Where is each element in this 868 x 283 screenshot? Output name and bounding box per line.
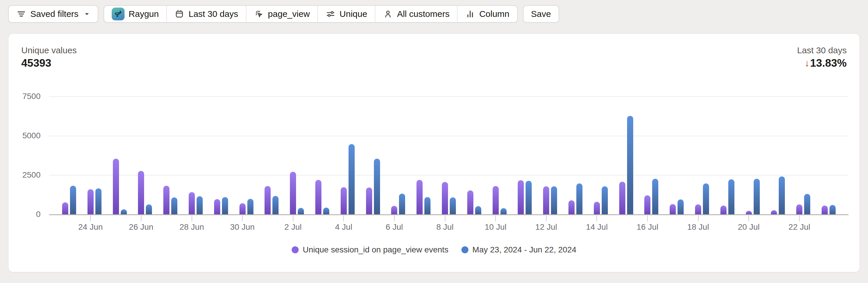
bar-current[interactable] <box>290 172 296 215</box>
filter-item-source[interactable]: Raygun <box>104 6 166 22</box>
y-axis-label: 0 <box>8 210 40 219</box>
bar-current[interactable] <box>366 187 372 215</box>
bar-current[interactable] <box>493 186 499 215</box>
bar-comparison[interactable] <box>652 179 658 215</box>
bar-current[interactable] <box>746 211 752 215</box>
bar-current[interactable] <box>62 202 68 215</box>
bar-comparison[interactable] <box>399 193 405 215</box>
bar-current[interactable] <box>568 200 575 215</box>
change-value: 13.83% <box>810 57 847 69</box>
metric-card: Unique values 45393 Last 30 days ↓ 13.83… <box>8 34 860 272</box>
bar-current[interactable] <box>416 180 423 215</box>
filter-source-label: Raygun <box>129 9 159 19</box>
bar-current[interactable] <box>518 180 524 215</box>
bar-comparison[interactable] <box>298 208 304 215</box>
bar-comparison[interactable] <box>627 116 633 215</box>
filter-pill-group: Raygun Last 30 days page_view <box>103 5 518 23</box>
bar-current[interactable] <box>543 186 549 215</box>
bar-current[interactable] <box>88 189 94 215</box>
filter-item-event[interactable]: page_view <box>246 6 317 22</box>
bar-current[interactable] <box>695 204 701 215</box>
filter-lines-icon <box>16 9 26 19</box>
bar-current[interactable] <box>670 204 676 215</box>
x-axis-label: 4 Jul <box>320 222 367 232</box>
cursor-click-icon <box>254 9 264 19</box>
bar-current[interactable] <box>594 202 600 215</box>
bar-current[interactable] <box>138 171 144 215</box>
x-axis-tick <box>293 215 293 221</box>
bar-comparison[interactable] <box>551 186 557 215</box>
bar-comparison[interactable] <box>121 209 127 215</box>
bar-comparison[interactable] <box>576 183 583 215</box>
bar-comparison[interactable] <box>146 204 152 215</box>
bar-current[interactable] <box>771 210 777 215</box>
filter-item-chart-type[interactable]: Column <box>457 6 517 22</box>
bar-comparison[interactable] <box>703 183 709 215</box>
filter-item-audience[interactable]: All customers <box>375 6 457 22</box>
bar-comparison[interactable] <box>728 179 735 215</box>
y-axis-label: 7500 <box>8 92 40 101</box>
bar-current[interactable] <box>720 206 726 215</box>
bar-current[interactable] <box>467 190 473 215</box>
x-axis-label: 6 Jul <box>371 222 418 232</box>
bar-comparison[interactable] <box>678 200 684 215</box>
bar-comparison[interactable] <box>804 194 810 215</box>
x-axis-tick <box>141 215 142 221</box>
bar-comparison[interactable] <box>500 208 507 215</box>
bar-comparison[interactable] <box>424 197 431 215</box>
x-axis-tick <box>799 215 800 221</box>
saved-filters-label: Saved filters <box>30 9 79 19</box>
metric-summary: Unique values 45393 <box>21 45 77 69</box>
bar-comparison[interactable] <box>450 198 456 215</box>
gridline <box>49 175 848 176</box>
bar-current[interactable] <box>240 203 246 215</box>
bar-comparison[interactable] <box>222 197 228 215</box>
filter-item-date-range[interactable]: Last 30 days <box>166 6 246 22</box>
legend-entry-current[interactable]: Unique session_id on page_view events <box>292 245 448 254</box>
y-axis-label: 2500 <box>8 170 40 180</box>
bar-comparison[interactable] <box>526 181 532 215</box>
x-axis-label: 8 Jul <box>422 222 468 232</box>
bar-comparison[interactable] <box>247 199 253 215</box>
filter-item-aggregation[interactable]: Unique <box>317 6 375 22</box>
bar-comparison[interactable] <box>830 205 836 215</box>
legend-entry-comparison[interactable]: May 23, 2024 - Jun 22, 2024 <box>461 245 576 254</box>
bar-current[interactable] <box>214 199 220 215</box>
bar-comparison[interactable] <box>348 144 355 215</box>
saved-filters-button[interactable]: Saved filters <box>8 5 98 23</box>
bar-current[interactable] <box>822 206 828 215</box>
bar-current[interactable] <box>189 192 195 215</box>
bar-current[interactable] <box>315 180 321 215</box>
filter-chart-type-label: Column <box>479 9 509 19</box>
bar-chart: 025005000750024 Jun26 Jun28 Jun30 Jun2 J… <box>8 86 860 249</box>
change-row: ↓ 13.83% <box>797 57 847 69</box>
bar-comparison[interactable] <box>779 176 785 215</box>
bar-current[interactable] <box>619 182 625 215</box>
x-axis-label: 22 Jul <box>776 222 823 232</box>
bar-current[interactable] <box>796 204 802 215</box>
bar-current[interactable] <box>341 187 347 215</box>
bar-current[interactable] <box>265 186 271 215</box>
metric-label: Unique values <box>21 45 77 56</box>
filter-event-label: page_view <box>268 9 310 19</box>
gridline <box>49 136 848 136</box>
arrow-down-icon: ↓ <box>805 57 810 69</box>
bar-comparison[interactable] <box>754 179 760 215</box>
bar-comparison[interactable] <box>196 196 203 215</box>
bar-current[interactable] <box>442 182 448 215</box>
bar-current[interactable] <box>163 186 169 215</box>
save-button[interactable]: Save <box>523 5 559 23</box>
bar-comparison[interactable] <box>70 186 76 215</box>
bar-current[interactable] <box>113 159 119 215</box>
x-axis-label: 28 Jun <box>168 222 215 232</box>
bar-current[interactable] <box>644 196 650 215</box>
bar-comparison[interactable] <box>374 159 380 215</box>
bar-comparison[interactable] <box>95 188 101 215</box>
bar-comparison[interactable] <box>272 196 279 215</box>
bar-comparison[interactable] <box>171 198 177 215</box>
bar-comparison[interactable] <box>323 208 329 215</box>
bar-current[interactable] <box>391 206 397 215</box>
x-axis-label: 12 Jul <box>523 222 569 232</box>
bar-comparison[interactable] <box>602 186 608 215</box>
bar-comparison[interactable] <box>475 206 481 215</box>
